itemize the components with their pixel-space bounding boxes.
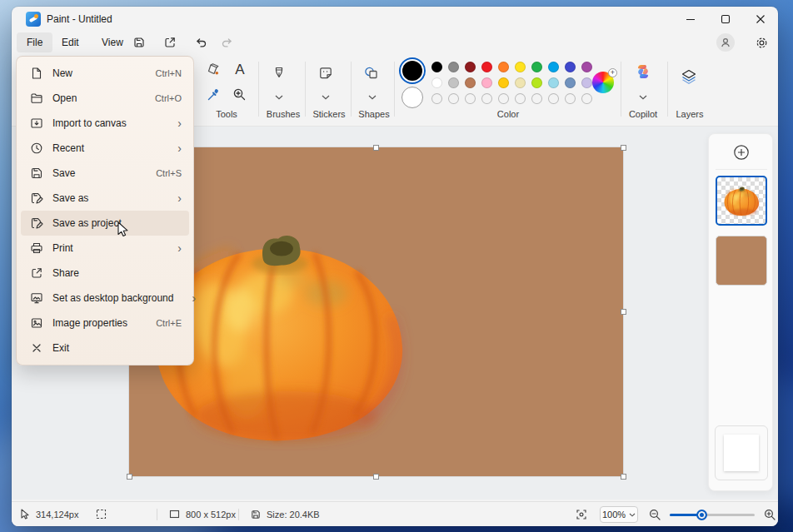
resize-handle-bottom-center[interactable] <box>373 474 379 480</box>
file-size-value: Size: 20.4KB <box>267 510 320 520</box>
color-swatch[interactable] <box>498 62 509 72</box>
brushes-button[interactable] <box>267 62 291 85</box>
canvas-size-indicator: 800 x 512px <box>168 502 236 526</box>
primary-color-swatch[interactable] <box>399 57 426 84</box>
desktop: Paint - Untitled File Edit View <box>0 0 793 532</box>
empty-color-slot[interactable] <box>515 93 526 104</box>
fill-tool-button[interactable] <box>202 58 225 82</box>
resize-handle-top-right[interactable] <box>621 145 626 151</box>
color-swatch[interactable] <box>531 62 542 72</box>
shapes-chevron-icon[interactable] <box>366 93 379 102</box>
shapes-button[interactable] <box>360 62 383 85</box>
copilot-button[interactable] <box>631 60 655 83</box>
file-menu-item[interactable]: Image properties Ctrl+E › <box>21 311 189 336</box>
color-swatch[interactable] <box>548 77 559 88</box>
eyedropper-tool-button[interactable] <box>202 83 225 107</box>
file-menu-item[interactable]: Recent › <box>21 136 189 161</box>
edit-menu-tab[interactable]: Edit <box>52 32 89 52</box>
redo-button[interactable] <box>216 32 239 52</box>
color-swatch[interactable] <box>465 77 476 88</box>
file-menu-item[interactable]: New Ctrl+N › <box>21 61 189 86</box>
color-swatch[interactable] <box>448 77 459 88</box>
zoom-in-button[interactable] <box>763 502 776 526</box>
file-menu-item[interactable]: Save as project › <box>21 211 189 236</box>
file-menu-item-label: Save <box>52 167 147 179</box>
file-menu-item[interactable]: Set as desktop background › <box>21 286 189 311</box>
color-swatch[interactable] <box>498 77 509 88</box>
color-swatch[interactable] <box>465 62 476 72</box>
add-layer-button[interactable] <box>732 143 751 162</box>
zoom-level-dropdown[interactable]: 100% <box>600 506 638 523</box>
color-swatch[interactable] <box>565 77 576 88</box>
color-swatch[interactable] <box>481 77 492 88</box>
file-menu-item[interactable]: Print › <box>21 236 189 261</box>
empty-color-slot[interactable] <box>431 93 442 104</box>
zoom-out-button[interactable] <box>648 502 661 526</box>
stickers-chevron-icon[interactable] <box>319 93 332 102</box>
resize-handle-bottom-left[interactable] <box>127 474 132 480</box>
zoom-slider-thumb[interactable] <box>696 510 707 520</box>
fit-to-screen-button[interactable] <box>575 502 588 526</box>
edit-colors-button[interactable]: + <box>592 72 614 93</box>
secondary-color-swatch[interactable] <box>401 87 423 108</box>
zoom-slider[interactable] <box>670 514 755 516</box>
layers-button[interactable] <box>677 65 701 88</box>
empty-color-slot[interactable] <box>498 93 509 104</box>
color-swatch[interactable] <box>531 77 542 88</box>
brushes-chevron-icon[interactable] <box>272 93 286 102</box>
save-button[interactable] <box>127 32 151 52</box>
stickers-button[interactable] <box>314 62 337 85</box>
palette-row-1 <box>431 62 592 72</box>
resize-handle-right-middle[interactable] <box>621 309 626 315</box>
color-swatch[interactable] <box>581 77 592 88</box>
file-menu-item[interactable]: Save as › <box>21 186 189 211</box>
file-menu-item[interactable]: Share › <box>21 261 189 286</box>
resize-handle-bottom-right[interactable] <box>621 474 626 480</box>
color-swatch[interactable] <box>448 62 459 72</box>
file-menu-item[interactable]: Open Ctrl+O › <box>21 86 189 111</box>
file-menu-item-label: Exit <box>52 342 172 354</box>
account-button[interactable] <box>716 33 735 52</box>
empty-color-slot[interactable] <box>531 93 542 104</box>
maximize-button[interactable] <box>708 7 743 32</box>
layer-thumbnail-pumpkin[interactable] <box>716 176 767 226</box>
plus-badge-icon: + <box>608 68 617 77</box>
file-menu-item[interactable]: Import to canvas › <box>21 111 189 136</box>
file-menu-item-icon <box>30 291 43 305</box>
file-size-indicator: Size: 20.4KB <box>250 502 320 526</box>
tools-section-label: Tools <box>196 109 257 119</box>
file-menu-tab[interactable]: File <box>17 32 52 52</box>
canvas-background-thumbnail[interactable] <box>715 425 768 480</box>
layer-thumbnail-background[interactable] <box>716 236 767 286</box>
empty-color-slot[interactable] <box>448 93 459 104</box>
empty-color-slot[interactable] <box>548 93 559 104</box>
color-swatch[interactable] <box>565 62 576 72</box>
minimize-button[interactable] <box>673 7 708 32</box>
share-button[interactable] <box>158 32 182 52</box>
color-swatch[interactable] <box>431 77 442 88</box>
text-tool-button[interactable]: A <box>228 58 252 82</box>
empty-color-slot[interactable] <box>581 93 592 104</box>
file-menu-item[interactable]: Save Ctrl+S › <box>21 161 189 186</box>
empty-color-slot[interactable] <box>565 93 576 104</box>
file-menu-item-shortcut: Ctrl+O <box>155 93 182 103</box>
close-button[interactable] <box>743 7 778 32</box>
file-menu-item-icon <box>30 216 43 230</box>
empty-color-slot[interactable] <box>465 93 476 104</box>
file-menu-item[interactable]: Exit › <box>21 336 189 360</box>
magnifier-tool-button[interactable] <box>228 83 252 107</box>
resize-handle-top-center[interactable] <box>373 145 379 151</box>
color-swatch[interactable] <box>548 62 559 72</box>
empty-color-slot[interactable] <box>481 93 492 104</box>
color-swatch[interactable] <box>515 77 526 88</box>
color-swatch[interactable] <box>431 62 442 72</box>
color-swatch[interactable] <box>515 62 526 72</box>
title-bar[interactable]: Paint - Untitled <box>12 7 778 32</box>
color-swatch[interactable] <box>581 62 592 72</box>
settings-gear-icon[interactable] <box>750 32 773 52</box>
file-menu-item-icon <box>30 167 43 180</box>
undo-button[interactable] <box>189 32 212 52</box>
color-swatch[interactable] <box>481 62 492 72</box>
copilot-chevron-icon[interactable] <box>636 93 650 102</box>
selection-size-button[interactable] <box>95 502 107 526</box>
